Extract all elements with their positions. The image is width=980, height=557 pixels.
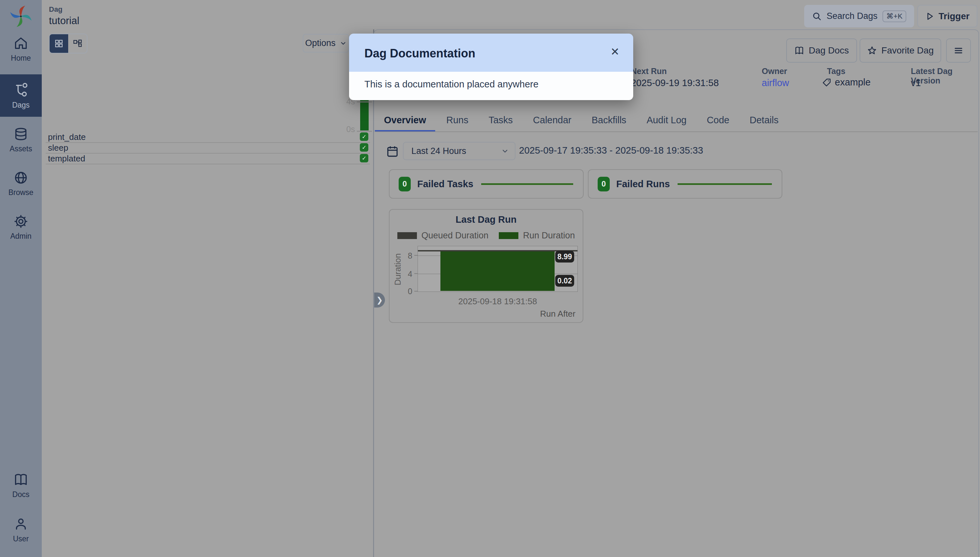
hamburger-menu-icon (954, 46, 964, 55)
airflow-logo[interactable] (7, 3, 34, 30)
tab-calendar[interactable]: Calendar (524, 108, 581, 132)
modal-body: This is a documentation placed anywhere (349, 72, 633, 100)
sidebar-item-admin[interactable]: Admin (0, 214, 42, 241)
chevron-down-icon (339, 40, 347, 47)
latest-dag-version-value: v1 (911, 78, 921, 88)
run-duration-value-badge: 8.99 (555, 251, 574, 262)
options-label: Options (305, 38, 335, 48)
more-actions-button[interactable] (946, 39, 971, 63)
modal-title: Dag Documentation (364, 47, 475, 60)
mini-axis-tick-0s: 0s (339, 125, 355, 134)
sidebar-item-browse[interactable]: Browse (0, 170, 42, 197)
globe-icon (13, 170, 28, 185)
user-icon (13, 516, 28, 532)
failed-runs-count-badge: 0 (598, 177, 610, 191)
chevron-down-icon (501, 147, 509, 155)
favorite-dag-label: Favorite Dag (882, 45, 934, 56)
row-divider (46, 153, 370, 154)
sidebar-item-dags[interactable]: Dags (0, 74, 42, 117)
task-name-templated[interactable]: templated (48, 154, 85, 164)
sidebar-item-label: Admin (10, 232, 31, 241)
row-divider (46, 164, 370, 164)
failed-runs-label: Failed Runs (616, 179, 670, 189)
failed-tasks-card: 0 Failed Tasks (389, 169, 584, 199)
detail-tabs: Overview Runs Tasks Calendar Backfills A… (375, 108, 978, 132)
chart-title: Last Dag Run (390, 214, 583, 225)
next-run-value: 2025-09-19 19:31:58 (631, 78, 719, 88)
tab-audit-log[interactable]: Audit Log (638, 108, 696, 132)
tag-icon (822, 78, 832, 87)
failed-tasks-count-badge: 0 (399, 177, 411, 191)
sidebar-item-docs[interactable]: Docs (0, 472, 42, 499)
graph-view-toggle[interactable] (68, 34, 87, 53)
tab-overview[interactable]: Overview (375, 108, 435, 132)
star-icon (867, 46, 877, 55)
legend-label-run[interactable]: Run Duration (523, 231, 575, 241)
mini-axis-tickline (357, 101, 372, 103)
options-button[interactable]: Options (303, 34, 349, 52)
y-tickmark (414, 291, 417, 292)
failed-tasks-label: Failed Tasks (417, 179, 473, 189)
page-title: tutorial (49, 15, 79, 27)
sidebar-item-user[interactable]: User (0, 516, 42, 543)
calendar-icon[interactable] (386, 144, 399, 158)
dag-docs-button[interactable]: Dag Docs (786, 39, 857, 63)
failed-runs-card: 0 Failed Runs (588, 169, 782, 199)
latest-dag-version-label: Latest Dag Version (911, 67, 978, 85)
sidebar-item-label: Dags (12, 101, 30, 109)
sidebar: Home Dags Assets Browse (0, 0, 42, 557)
sidebar-item-home[interactable]: Home (0, 36, 42, 63)
search-dags-button[interactable]: Search Dags ⌘+K (804, 5, 914, 28)
task-name-sleep[interactable]: sleep (48, 143, 68, 153)
gear-icon (13, 214, 28, 229)
play-icon (925, 12, 934, 21)
queued-duration-value-badge: 0.02 (555, 275, 574, 287)
modal-documentation-text: This is a documentation placed anywhere (364, 79, 539, 90)
search-icon (812, 11, 822, 21)
tags-value: example (822, 77, 871, 88)
task-state-success-icon[interactable]: ✓ (360, 154, 369, 163)
favorite-dag-button[interactable]: Favorite Dag (859, 39, 941, 63)
task-state-success-icon[interactable]: ✓ (360, 132, 369, 141)
y-axis-label: Duration (393, 248, 403, 291)
x-tick-run-date: 2025-09-18 19:31:58 (417, 296, 578, 306)
close-icon[interactable]: ✕ (610, 45, 620, 58)
task-name-print-date[interactable]: print_date (48, 132, 86, 142)
sidebar-item-assets[interactable]: Assets (0, 127, 42, 153)
x-axis-label: Run After (540, 309, 576, 319)
sidebar-item-label: Browse (8, 188, 34, 197)
run-duration-bar[interactable] (440, 251, 554, 291)
tab-runs[interactable]: Runs (437, 108, 478, 132)
failed-runs-sparkline (678, 183, 772, 185)
legend-swatch-queued[interactable] (397, 232, 417, 239)
y-tick-4: 4 (403, 269, 413, 279)
sidebar-item-label: Docs (12, 490, 29, 499)
trigger-button[interactable]: Trigger (917, 5, 977, 28)
queued-duration-bar[interactable] (418, 250, 577, 251)
tag-name[interactable]: example (835, 77, 871, 88)
y-tickmark (414, 273, 417, 274)
time-range-value: 2025-09-17 19:35:33 - 2025-09-18 19:35:3… (519, 145, 703, 156)
next-run-label: Next Run (631, 67, 667, 76)
task-state-success-icon[interactable]: ✓ (360, 143, 369, 151)
mini-axis-tickline (357, 131, 372, 132)
sidebar-item-label: Home (11, 54, 31, 63)
book-icon (13, 472, 28, 487)
owner-label: Owner (762, 67, 787, 76)
grid-icon (54, 39, 63, 48)
legend-label-queued[interactable]: Queued Duration (421, 231, 489, 241)
tab-tasks[interactable]: Tasks (479, 108, 522, 132)
chart-plot-area (417, 246, 578, 292)
owner-value-link[interactable]: airflow (762, 78, 789, 88)
last-dag-run-chart-card: Last Dag Run Queued Duration Run Duratio… (389, 209, 583, 323)
tab-backfills[interactable]: Backfills (583, 108, 636, 132)
y-tick-0: 0 (403, 287, 413, 296)
legend-swatch-run[interactable] (499, 232, 519, 239)
book-icon (794, 46, 804, 55)
tab-details[interactable]: Details (740, 108, 788, 132)
tab-code[interactable]: Code (698, 108, 738, 132)
graph-icon (73, 39, 82, 48)
trigger-label: Trigger (939, 11, 970, 21)
time-range-select[interactable]: Last 24 Hours (403, 142, 515, 160)
grid-view-toggle[interactable] (50, 34, 68, 53)
